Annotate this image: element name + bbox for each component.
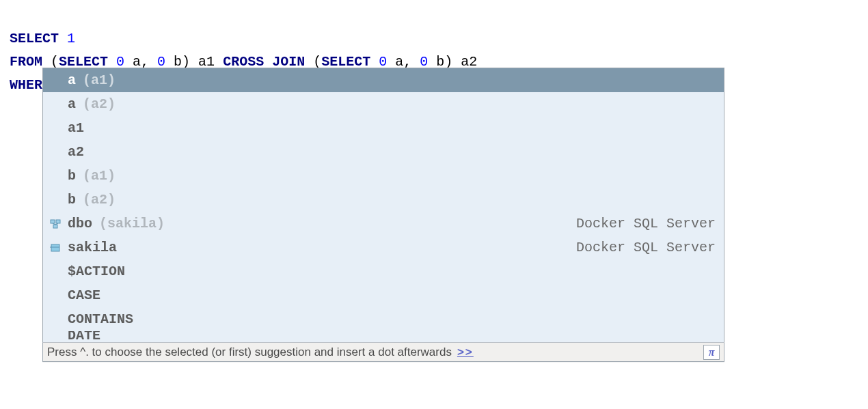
autocomplete-item-label: DATE [68,331,100,341]
autocomplete-item-label: dbo [68,216,92,231]
pi-button[interactable]: π [703,345,720,360]
autocomplete-item[interactable]: $ACTION [43,259,724,283]
schema-icon [47,219,64,229]
autocomplete-item-label: CONTAINS [68,311,133,327]
autocomplete-item-source: Docker SQL Server [576,240,716,255]
autocomplete-item-context: (sakila) [99,216,165,231]
autocomplete-popup: a(a1)a(a2)a1a2b(a1)b(a2)dbo(sakila)Docke… [42,68,724,362]
autocomplete-item[interactable]: CASE [43,283,724,307]
autocomplete-item-label: b [68,168,76,184]
autocomplete-item-label: $ACTION [68,264,125,279]
autocomplete-item-label: a1 [68,120,84,136]
kw-select: SELECT [10,31,59,46]
autocomplete-item[interactable]: a2 [43,140,724,164]
autocomplete-item[interactable]: a1 [43,116,724,140]
svg-rect-5 [51,244,59,251]
autocomplete-item-context: (a2) [83,192,116,208]
autocomplete-list[interactable]: a(a1)a(a2)a1a2b(a1)b(a2)dbo(sakila)Docke… [42,68,724,342]
autocomplete-item-context: (a1) [83,168,116,184]
autocomplete-item-label: a [68,72,76,88]
autocomplete-item[interactable]: sakilaDocker SQL Server [43,236,724,259]
svg-rect-1 [56,220,60,223]
hint-more-link[interactable]: >> [457,345,474,359]
autocomplete-item[interactable]: a(a2) [43,92,724,116]
autocomplete-item-label: sakila [68,240,117,255]
svg-rect-0 [51,220,55,223]
num-1: 1 [67,31,75,46]
autocomplete-item-label: b [68,192,76,208]
svg-rect-2 [53,225,57,228]
autocomplete-item[interactable]: a(a1) [43,68,724,92]
autocomplete-item[interactable]: b(a1) [43,164,724,188]
autocomplete-item[interactable]: CONTAINS [43,307,724,331]
database-icon [47,243,64,253]
autocomplete-item-label: a [68,96,76,112]
autocomplete-item[interactable]: DATE [43,331,724,342]
autocomplete-item[interactable]: b(a2) [43,188,724,212]
autocomplete-item-label: a2 [68,144,84,160]
autocomplete-item-source: Docker SQL Server [576,216,716,231]
hint-bar: Press ^. to choose the selected (or firs… [42,342,724,362]
autocomplete-item-context: (a1) [83,72,116,88]
autocomplete-item[interactable]: dbo(sakila)Docker SQL Server [43,212,724,236]
hint-text: Press ^. to choose the selected (or firs… [47,345,452,359]
autocomplete-item-context: (a2) [83,96,116,112]
kw-from: FROM [10,54,42,70]
autocomplete-item-label: CASE [68,287,100,303]
